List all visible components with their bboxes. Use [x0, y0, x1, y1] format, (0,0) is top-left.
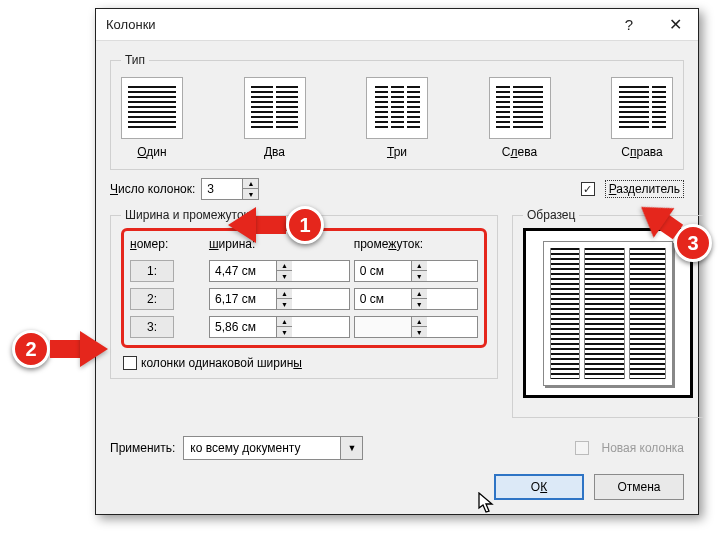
- apply-value: ко всему документу: [184, 437, 340, 459]
- width-table-highlight: номер: ширина: промежуток: 1: ▲▼ ▲▼ 2: ▲…: [121, 228, 487, 348]
- annotation-1: 1: [228, 206, 324, 244]
- count-label: Число колонок:: [110, 182, 195, 196]
- row3-gap-spinner[interactable]: ▲▼: [354, 316, 478, 338]
- preset-left-icon: [489, 77, 551, 139]
- preview-page-icon: [543, 241, 673, 386]
- annotation-2-number: 2: [12, 330, 50, 368]
- button-row: ОК Отмена: [110, 474, 684, 500]
- row3-gap-input: [355, 317, 411, 337]
- row3-num: 3:: [130, 316, 174, 338]
- preset-two-icon: [244, 77, 306, 139]
- count-row: Число колонок: ▲▼ Разделитель: [110, 178, 684, 200]
- count-input[interactable]: [202, 179, 242, 199]
- annotation-3-number: 3: [674, 224, 712, 262]
- annotation-1-number: 1: [286, 206, 324, 244]
- separator-label: Разделитель: [605, 180, 684, 198]
- row3-width-input[interactable]: [210, 317, 276, 337]
- row1-width-spinner[interactable]: ▲▼: [209, 260, 350, 282]
- new-column-label: Новая колонка: [601, 441, 684, 455]
- spin-down-icon[interactable]: ▼: [243, 189, 258, 199]
- preset-three-label: Три: [387, 145, 407, 159]
- table-row: 2: ▲▼ ▲▼: [128, 285, 480, 313]
- columns-dialog: Колонки ? ✕ Тип Один Два Три: [95, 8, 699, 515]
- preset-right[interactable]: Справа: [611, 77, 673, 159]
- preset-right-icon: [611, 77, 673, 139]
- row3-width-spinner[interactable]: ▲▼: [209, 316, 350, 338]
- count-spin-buttons[interactable]: ▲▼: [242, 179, 258, 199]
- ok-button[interactable]: ОК: [494, 474, 584, 500]
- width-table: номер: ширина: промежуток: 1: ▲▼ ▲▼ 2: ▲…: [128, 235, 480, 341]
- preset-three-icon: [366, 77, 428, 139]
- annotation-2: 2: [12, 330, 108, 368]
- cancel-button[interactable]: Отмена: [594, 474, 684, 500]
- titlebar: Колонки ? ✕: [96, 9, 698, 41]
- row1-gap-spinner[interactable]: ▲▼: [354, 260, 478, 282]
- table-row: 1: ▲▼ ▲▼: [128, 257, 480, 285]
- row2-num: 2:: [130, 288, 174, 310]
- preset-left[interactable]: Слева: [489, 77, 551, 159]
- equal-width-row[interactable]: колонки одинаковой ширины: [123, 356, 487, 370]
- type-legend: Тип: [121, 53, 149, 67]
- row2-gap-input[interactable]: [355, 289, 411, 309]
- dialog-title: Колонки: [106, 17, 606, 32]
- annotation-3: 3: [636, 224, 712, 262]
- hdr-num: номер:: [128, 235, 207, 257]
- close-button[interactable]: ✕: [652, 9, 698, 41]
- help-button[interactable]: ?: [606, 9, 652, 41]
- row2-gap-spinner[interactable]: ▲▼: [354, 288, 478, 310]
- preset-three[interactable]: Три: [366, 77, 428, 159]
- table-row: 3: ▲▼ ▲▼: [128, 313, 480, 341]
- hdr-gap: промежуток:: [352, 235, 480, 257]
- separator-row[interactable]: Разделитель: [581, 180, 684, 198]
- preset-one-icon: [121, 77, 183, 139]
- new-column-checkbox: [575, 441, 589, 455]
- preset-row: Один Два Три Слева Справа: [121, 77, 673, 159]
- row2-width-spinner[interactable]: ▲▼: [209, 288, 350, 310]
- apply-label: Применить:: [110, 441, 175, 455]
- dialog-content: Тип Один Два Три Слева: [96, 41, 698, 514]
- preset-one-label: Один: [137, 145, 166, 159]
- chevron-down-icon[interactable]: ▼: [340, 437, 362, 459]
- preset-left-label: Слева: [502, 145, 537, 159]
- row1-gap-input[interactable]: [355, 261, 411, 281]
- separator-checkbox[interactable]: [581, 182, 595, 196]
- preview-legend: Образец: [523, 208, 579, 222]
- spin-up-icon[interactable]: ▲: [243, 179, 258, 189]
- equal-width-label: колонки одинаковой ширины: [141, 356, 302, 370]
- row1-num: 1:: [130, 260, 174, 282]
- row1-width-input[interactable]: [210, 261, 276, 281]
- preset-one[interactable]: Один: [121, 77, 183, 159]
- apply-row: Применить: ко всему документу ▼ Новая ко…: [110, 436, 684, 460]
- count-spinner[interactable]: ▲▼: [201, 178, 259, 200]
- preset-two[interactable]: Два: [244, 77, 306, 159]
- preset-right-label: Справа: [621, 145, 662, 159]
- apply-combo[interactable]: ко всему документу ▼: [183, 436, 363, 460]
- type-group: Тип Один Два Три Слева: [110, 53, 684, 170]
- preset-two-label: Два: [264, 145, 285, 159]
- row2-width-input[interactable]: [210, 289, 276, 309]
- equal-width-checkbox[interactable]: [123, 356, 137, 370]
